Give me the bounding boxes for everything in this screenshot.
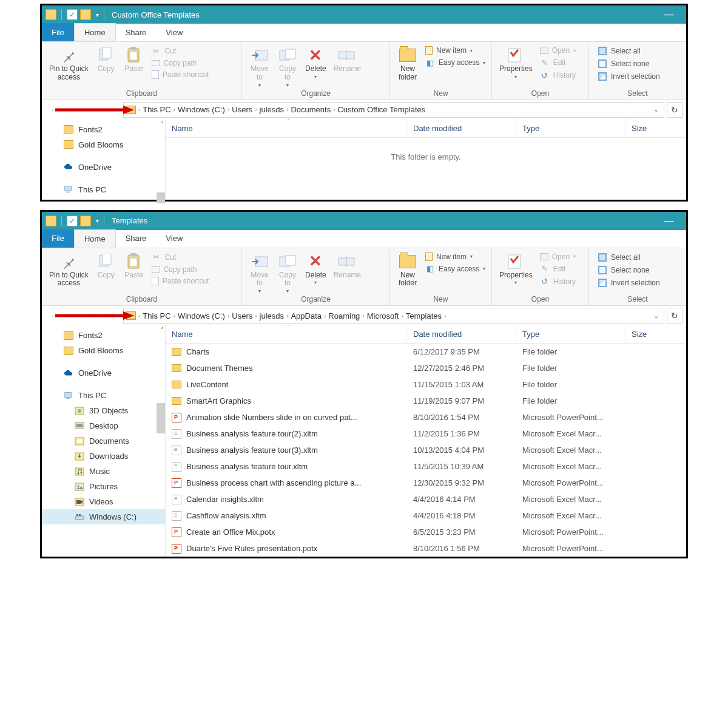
new-item-button[interactable]: New item ▾: [424, 252, 487, 262]
navigation-pane[interactable]: Fonts2Gold BloomsOneDriveThis PC3D Objec…: [42, 325, 166, 557]
nav-item-3d-objects[interactable]: 3D Objects: [42, 403, 165, 418]
nav-item-this-pc[interactable]: This PC: [42, 388, 165, 403]
minimize-button[interactable]: —: [656, 212, 682, 230]
minimize-button[interactable]: —: [656, 5, 682, 24]
qat-dropdown[interactable]: ▾: [93, 217, 101, 224]
tab-file[interactable]: File: [42, 229, 74, 248]
tab-view[interactable]: View: [156, 229, 192, 248]
file-row[interactable]: SmartArt Graphics 11/19/2015 9:07 PM Fil…: [166, 393, 686, 409]
new-folder-button[interactable]: Newfolder: [394, 251, 422, 288]
breadcrumb-segment[interactable]: ›Roaming: [324, 311, 360, 320]
move-to-button[interactable]: Moveto▾: [246, 44, 274, 88]
paste-button[interactable]: Paste: [120, 44, 148, 73]
nav-up-button[interactable]: ↑: [104, 103, 121, 117]
breadcrumb-segment[interactable]: ›Microsoft: [362, 311, 399, 320]
properties-button[interactable]: Properties▾: [496, 251, 536, 286]
nav-item-downloads[interactable]: Downloads: [42, 449, 165, 464]
easy-access-button[interactable]: ◧Easy access ▾: [424, 57, 487, 68]
easy-access-button[interactable]: ◧Easy access ▾: [424, 263, 487, 274]
breadcrumb-segment[interactable]: ›AppData: [286, 311, 322, 320]
move-to-button[interactable]: Moveto▾: [246, 251, 274, 294]
column-header-size[interactable]: Size: [625, 120, 686, 137]
paste-shortcut-button[interactable]: Paste shortcut: [150, 276, 211, 286]
properties-qat-icon[interactable]: ✓: [67, 215, 78, 226]
select-all-button[interactable]: Select all: [596, 252, 661, 263]
open-button[interactable]: Open ▾: [539, 252, 577, 262]
column-header-date[interactable]: Date modified: [407, 120, 516, 137]
breadcrumb-segment[interactable]: ›julesds: [255, 311, 284, 320]
nav-item-onedrive[interactable]: OneDrive: [42, 160, 165, 175]
column-header-name[interactable]: Name: [166, 120, 407, 137]
folder-qat-icon[interactable]: [80, 9, 91, 20]
address-bar[interactable]: ›This PC›Windows (C:)›Users›julesds›AppD…: [123, 308, 664, 324]
breadcrumb-segment[interactable]: ›Windows (C:): [174, 311, 225, 320]
copy-path-button[interactable]: Copy path: [150, 58, 211, 68]
file-row[interactable]: Business analysis feature tour.xltm 11/5…: [166, 458, 686, 475]
file-row[interactable]: Document Themes 12/27/2015 2:46 PM File …: [166, 360, 686, 376]
breadcrumb-segment[interactable]: ›Windows (C:): [174, 105, 225, 114]
cut-button[interactable]: ✂Cut: [150, 252, 211, 263]
file-row[interactable]: LiveContent 11/15/2015 1:03 AM File fold…: [166, 376, 686, 393]
file-row[interactable]: Duarte's Five Rules presentation.potx 8/…: [166, 540, 686, 557]
nav-recent-dropdown[interactable]: ▾: [84, 308, 101, 323]
history-button[interactable]: ↺History: [539, 70, 577, 81]
breadcrumb-segment[interactable]: ›Templates: [401, 311, 442, 320]
nav-item-fonts2[interactable]: Fonts2: [42, 328, 165, 343]
file-row[interactable]: Business analysis feature tour(3).xltm 1…: [166, 442, 686, 458]
invert-selection-button[interactable]: Invert selection: [596, 277, 661, 288]
nav-item-windows-c-[interactable]: Windows (C:): [42, 509, 165, 524]
nav-item-pictures[interactable]: Pictures: [42, 479, 165, 494]
nav-item-documents[interactable]: Documents: [42, 433, 165, 449]
copy-button[interactable]: Copy: [92, 44, 120, 73]
delete-button[interactable]: ✕ Delete▾: [302, 44, 330, 80]
nav-item-this-pc[interactable]: This PC: [42, 182, 165, 197]
file-row[interactable]: Create an Office Mix.potx 6/5/2015 3:23 …: [166, 524, 686, 540]
breadcrumb-segment[interactable]: ›This PC: [138, 311, 171, 320]
history-button[interactable]: ↺History: [539, 276, 577, 287]
address-dropdown[interactable]: ⌄: [653, 106, 659, 114]
refresh-button[interactable]: ↻: [667, 102, 682, 118]
select-none-button[interactable]: Select none: [596, 58, 661, 69]
breadcrumb-segment[interactable]: ›Custom Office Templates: [333, 105, 425, 114]
column-header-name[interactable]: Name: [166, 325, 407, 343]
new-folder-button[interactable]: Newfolder: [394, 44, 422, 82]
column-header-type[interactable]: Type: [516, 120, 625, 137]
properties-button[interactable]: Properties▾: [496, 44, 536, 80]
nav-back-button[interactable]: ←: [46, 103, 62, 117]
qat-dropdown[interactable]: ▾: [93, 12, 101, 18]
copy-path-button[interactable]: Copy path: [150, 265, 211, 274]
nav-item-gold-blooms[interactable]: Gold Blooms: [42, 137, 165, 152]
copy-to-button[interactable]: Copyto▾: [274, 44, 302, 88]
select-all-button[interactable]: Select all: [596, 46, 661, 56]
properties-qat-icon[interactable]: ✓: [67, 9, 78, 20]
paste-shortcut-button[interactable]: Paste shortcut: [150, 70, 211, 80]
file-row[interactable]: Cashflow analysis.xltm 4/4/2016 4:18 PM …: [166, 507, 686, 524]
breadcrumb-segment[interactable]: ›julesds: [255, 105, 284, 114]
pin-to-quick-access-button[interactable]: Pin to Quickaccess: [46, 44, 92, 82]
edit-button[interactable]: ✎Edit: [539, 263, 577, 274]
folder-qat-icon[interactable]: [80, 215, 91, 226]
column-header-type[interactable]: Type: [516, 325, 625, 343]
nav-item-gold-blooms[interactable]: Gold Blooms: [42, 343, 165, 358]
nav-item-desktop[interactable]: Desktop: [42, 418, 165, 433]
pin-to-quick-access-button[interactable]: Pin to Quickaccess: [46, 251, 92, 288]
breadcrumb-segment[interactable]: ›Documents: [286, 105, 331, 114]
breadcrumb-segment[interactable]: ›Users: [228, 105, 252, 114]
address-dropdown[interactable]: ⌄: [653, 312, 659, 320]
file-row[interactable]: Business process chart with ascending pi…: [166, 475, 686, 491]
refresh-button[interactable]: ↻: [667, 308, 682, 324]
nav-item-videos[interactable]: Videos: [42, 494, 165, 509]
file-row[interactable]: Charts 6/12/2017 9:35 PM File folder: [166, 344, 686, 360]
invert-selection-button[interactable]: Invert selection: [596, 71, 661, 82]
nav-item-fonts2[interactable]: Fonts2: [42, 122, 165, 137]
nav-recent-dropdown[interactable]: ▾: [84, 103, 101, 117]
nav-forward-button[interactable]: →: [65, 308, 82, 323]
rename-button[interactable]: Rename: [330, 44, 365, 73]
file-row[interactable]: Calendar insights.xltm 4/4/2016 4:14 PM …: [166, 491, 686, 507]
nav-forward-button[interactable]: →: [65, 103, 82, 117]
nav-item-music[interactable]: Music: [42, 464, 165, 479]
select-none-button[interactable]: Select none: [596, 265, 661, 276]
file-row[interactable]: Animation slide Numbers slide in on curv…: [166, 409, 686, 426]
nav-back-button[interactable]: ←: [46, 308, 62, 323]
tab-home[interactable]: Home: [74, 23, 116, 41]
